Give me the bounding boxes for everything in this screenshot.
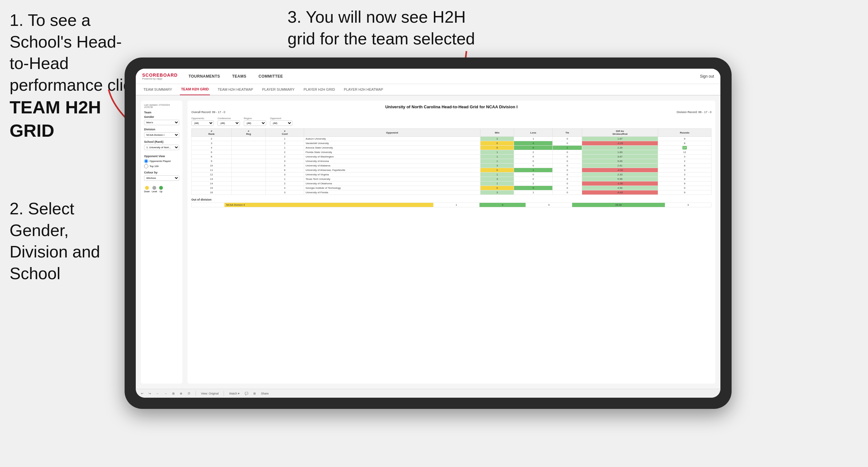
cell-rank: 16 [192, 190, 231, 195]
table-row: 11 6 University of Arkansas, Fayettevill… [192, 168, 711, 173]
annotation-mid-line2: Division and [9, 243, 100, 261]
cell-diff: -2.29 [582, 141, 658, 146]
cell-win: 0 [480, 141, 514, 146]
tablet: SCOREBOARD Powered by clippi TOURNAMENTS… [125, 58, 732, 409]
radio-opponents-played[interactable]: Opponents Played [144, 159, 179, 163]
sign-out-link[interactable]: Sign out [700, 74, 714, 79]
copy-btn[interactable]: ⊞ [171, 391, 176, 396]
table-row: 8 2 University of Washington 1 0 0 3.67 … [192, 155, 711, 159]
table-row: 9 3 University of Arizona 1 0 0 9.00 2 [192, 159, 711, 163]
timestamp: Last Updated: 27/03/2024 16:55:38 [144, 104, 179, 108]
cell-conf: 1 [266, 177, 304, 181]
forward-btn[interactable]: → [163, 391, 168, 396]
radio-top-100[interactable]: Top 100 [144, 164, 179, 168]
colour-select[interactable]: Win/loss [144, 175, 179, 181]
watch-btn[interactable]: Watch ▾ [228, 391, 241, 396]
col-rounds: Rounds [658, 129, 711, 137]
cell-diff: 4.50 [582, 186, 658, 190]
cell-diff: 2.61 [582, 163, 658, 168]
tab-team-h2h-grid[interactable]: TEAM H2H GRID [180, 84, 210, 95]
cell-rounds: 9 [658, 186, 711, 190]
opponent-filter-select[interactable]: (All) [270, 120, 292, 126]
cell-tie: 1 [553, 146, 582, 150]
share-btn[interactable]: Share [260, 391, 270, 396]
tab-player-h2h-heatmap[interactable]: PLAYER H2H HEATMAP [342, 84, 384, 95]
cell-conf: 5 [266, 163, 304, 168]
cell-reg [231, 141, 266, 146]
col-win: Win [480, 129, 514, 137]
filter-opponents: Opponents: (All) [191, 117, 214, 126]
left-panel: Last Updated: 27/03/2024 16:55:38 Team G… [141, 101, 182, 384]
col-rank: #Rank [192, 129, 231, 137]
layout-btn[interactable]: ⊞ [252, 391, 257, 396]
cell-opponent: Texas Tech University [304, 177, 480, 181]
cell-conf: 1 [266, 146, 304, 150]
table-row: 12 3 University of Virginia 1 0 0 2.33 3 [192, 173, 711, 177]
cell-loss: 0 [514, 173, 552, 177]
view-original-btn[interactable]: View: Original [200, 391, 220, 396]
opponent-view-radios: Opponents Played Top 100 [144, 159, 179, 168]
table-row: 14 2 University of Oklahoma 1 2 0 -1.00 … [192, 181, 711, 186]
tab-team-summary[interactable]: TEAM SUMMARY [142, 84, 174, 95]
ood-tie: 0 [526, 203, 572, 207]
cell-win: 3 [480, 163, 514, 168]
nav-item-committee[interactable]: COMMITTEE [257, 69, 284, 84]
tab-player-summary[interactable]: PLAYER SUMMARY [261, 84, 296, 95]
back-btn[interactable]: ← [155, 391, 160, 396]
cell-reg [231, 155, 266, 159]
gender-select[interactable]: Men's [144, 120, 179, 125]
tab-player-h2h-grid[interactable]: PLAYER H2H GRID [302, 84, 336, 95]
filter-region: Region (All) [244, 117, 266, 126]
cell-tie: 0 [553, 177, 582, 181]
cell-diff: -4.33 [582, 168, 658, 173]
timestamp-label: Last Updated: 27/03/2024 [144, 104, 170, 106]
table-row: 10 5 University of Alabama 3 0 0 2.61 8 [192, 163, 711, 168]
col-opponent: Opponent [304, 129, 480, 137]
ood-diff: 26.00 [572, 203, 665, 207]
school-select[interactable]: 1. University of Nort... [144, 145, 179, 150]
tab-team-h2h-heatmap[interactable]: TEAM H2H HEATMAP [216, 84, 254, 95]
col-tie: Tie [553, 129, 582, 137]
opponents-filter-label: Opponents: [191, 117, 214, 120]
nav-item-tournaments[interactable]: TOURNAMENTS [187, 69, 221, 84]
cell-rank: 4 [192, 146, 231, 150]
legend-up-label: Up [159, 190, 162, 193]
opponents-filter-select[interactable]: (All) [191, 120, 214, 126]
cell-reg [231, 186, 266, 190]
nav-items: TOURNAMENTS TEAMS COMMITTEE [187, 69, 700, 84]
nav-item-teams[interactable]: TEAMS [231, 69, 248, 84]
cell-diff: 1.67 [582, 137, 658, 141]
legend-down: Down [144, 186, 150, 193]
cell-loss: 5 [514, 146, 552, 150]
col-loss: Loss [514, 129, 552, 137]
cell-rank: 9 [192, 159, 231, 163]
cell-opponent: Florida State University [304, 150, 480, 155]
conference-filter-select[interactable]: (All) [218, 120, 240, 126]
annotation-line1: 1. To see a School's Head- [9, 11, 122, 51]
division-select[interactable]: NCAA Division I [144, 132, 179, 138]
filter-conference: Conference (All) [218, 117, 240, 126]
comment-btn[interactable]: 💬 [243, 391, 249, 396]
cell-loss: 1 [514, 168, 552, 173]
cell-reg [231, 177, 266, 181]
cell-reg [231, 146, 266, 150]
cell-loss: 5 [514, 186, 552, 190]
add-btn[interactable]: ⊕ [179, 391, 184, 396]
cell-rounds: 3 [658, 173, 711, 177]
table-row: 15 4 Georgia Institute of Technology 0 5… [192, 186, 711, 190]
cell-opponent: University of Arizona [304, 159, 480, 163]
redo-btn[interactable]: ↪ [147, 391, 152, 396]
cell-reg [231, 181, 266, 186]
clock-btn[interactable]: ⏱ [186, 391, 192, 396]
undo-btn[interactable]: ↩ [140, 391, 145, 396]
toolbar-sep-1 [195, 391, 196, 396]
cell-win: 1 [480, 173, 514, 177]
cell-conf: 6 [266, 168, 304, 173]
annotation-top-right-text: 3. You will now see H2H grid for the tea… [287, 8, 475, 48]
cell-rounds: 9 [658, 190, 711, 195]
cell-win: 1 [480, 181, 514, 186]
cell-diff: -6.42 [582, 190, 658, 195]
main-content: Last Updated: 27/03/2024 16:55:38 Team G… [136, 95, 720, 389]
region-filter-select[interactable]: (All) [244, 120, 266, 126]
opponent-filter-label: Opponent [270, 117, 292, 120]
